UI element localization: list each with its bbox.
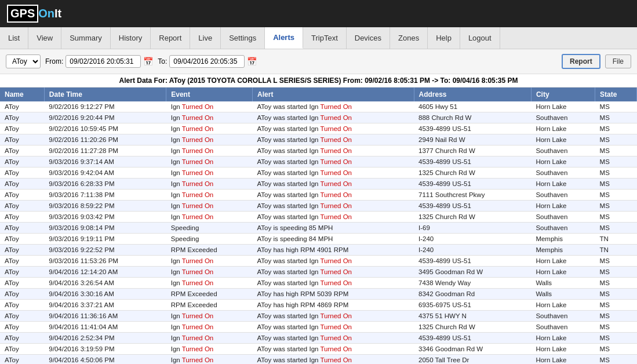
- from-date-input[interactable]: [65, 55, 141, 68]
- table-row: AToy9/03/2016 11:53:26 PMIgn Turned OnAT…: [0, 256, 637, 267]
- nav-list[interactable]: List: [0, 27, 28, 49]
- alert-data-header: Alert Data For: AToy (2015 TOYOTA COROLL…: [0, 74, 637, 88]
- table-row: AToy9/02/2016 10:59:45 PMIgn Turned OnAT…: [0, 123, 637, 134]
- table-row: AToy9/02/2016 9:20:44 PMIgn Turned OnATo…: [0, 112, 637, 123]
- to-date-container: To: 📅: [158, 55, 257, 68]
- nav-logout[interactable]: Logout: [460, 27, 500, 49]
- controls-bar: AToy From: 📅 To: 📅 Report File: [0, 49, 637, 74]
- table-row: AToy9/04/2016 2:52:34 PMIgn Turned OnATo…: [0, 333, 637, 344]
- table-row: AToy9/03/2016 9:37:14 AMIgn Turned OnATo…: [0, 156, 637, 168]
- app-header: GPS On It: [0, 0, 637, 27]
- nav-alerts[interactable]: Alerts: [265, 27, 303, 49]
- table-row: AToy9/03/2016 7:11:38 PMIgn Turned OnATo…: [0, 190, 637, 201]
- col-name: Name: [0, 88, 44, 101]
- nav-report[interactable]: Report: [151, 27, 190, 49]
- table-row: AToy9/04/2016 11:36:16 AMIgn Turned OnAT…: [0, 311, 637, 322]
- table-body: AToy9/02/2016 9:12:27 PMIgn Turned OnATo…: [0, 101, 637, 364]
- nav-zones[interactable]: Zones: [390, 27, 428, 49]
- col-alert: Alert: [253, 88, 414, 101]
- table-row: AToy9/04/2016 3:30:16 AMRPM ExceededAToy…: [0, 289, 637, 300]
- table-row: AToy9/03/2016 9:42:04 AMIgn Turned OnATo…: [0, 168, 637, 179]
- table-row: AToy9/02/2016 11:27:28 PMIgn Turned OnAT…: [0, 145, 637, 156]
- table-row: AToy9/02/2016 9:12:27 PMIgn Turned OnATo…: [0, 101, 637, 112]
- nav-summary[interactable]: Summary: [61, 27, 111, 49]
- table-row: AToy9/04/2016 12:14:20 AMIgn Turned OnAT…: [0, 267, 637, 278]
- to-label: To:: [158, 57, 167, 65]
- col-event: Event: [166, 88, 253, 101]
- table-row: AToy9/03/2016 9:03:42 PMIgn Turned OnATo…: [0, 212, 637, 223]
- table-row: AToy9/04/2016 4:50:06 PMIgn Turned OnATo…: [0, 355, 637, 365]
- from-calendar-icon[interactable]: 📅: [143, 57, 153, 66]
- nav-live[interactable]: Live: [190, 27, 221, 49]
- report-button[interactable]: Report: [562, 54, 600, 69]
- logo-it: It: [54, 7, 61, 20]
- table-row: AToy9/03/2016 8:59:22 PMIgn Turned OnATo…: [0, 201, 637, 212]
- table-row: AToy9/02/2016 11:20:26 PMIgn Turned OnAT…: [0, 134, 637, 145]
- table-row: AToy9/03/2016 6:28:33 PMIgn Turned OnATo…: [0, 179, 637, 190]
- table-row: AToy9/04/2016 11:41:04 AMIgn Turned OnAT…: [0, 322, 637, 333]
- nav-triptext[interactable]: TripText: [303, 27, 347, 49]
- table-row: AToy9/03/2016 9:19:11 PMSpeedingAToy is …: [0, 234, 637, 245]
- table-row: AToy9/04/2016 3:26:54 AMIgn Turned OnATo…: [0, 278, 637, 289]
- nav-history[interactable]: History: [111, 27, 151, 49]
- nav-help[interactable]: Help: [428, 27, 460, 49]
- logo-gps: GPS: [7, 5, 38, 23]
- main-nav: List View Summary History Report Live Se…: [0, 27, 637, 49]
- col-datetime: Date Time: [44, 88, 166, 101]
- logo-on: On: [38, 7, 54, 20]
- from-date-container: From: 📅: [45, 55, 153, 68]
- device-select-container: AToy: [6, 54, 41, 68]
- from-label: From:: [45, 57, 63, 65]
- device-dropdown[interactable]: AToy: [6, 54, 41, 68]
- nav-settings[interactable]: Settings: [221, 27, 265, 49]
- table-row: AToy9/03/2016 9:08:14 PMSpeedingAToy is …: [0, 223, 637, 234]
- table-row: AToy9/03/2016 9:22:52 PMRPM ExceededAToy…: [0, 245, 637, 256]
- to-date-input[interactable]: [169, 55, 245, 68]
- col-city: City: [531, 88, 595, 101]
- table-row: AToy9/04/2016 3:37:21 AMRPM ExceededAToy…: [0, 300, 637, 311]
- app-logo: GPS On It: [7, 5, 61, 23]
- alerts-table: Name Date Time Event Alert Address City …: [0, 88, 637, 364]
- table-header: Name Date Time Event Alert Address City …: [0, 88, 637, 101]
- nav-view[interactable]: View: [28, 27, 61, 49]
- nav-devices[interactable]: Devices: [347, 27, 390, 49]
- col-state: State: [595, 88, 637, 101]
- file-button[interactable]: File: [605, 54, 631, 68]
- to-calendar-icon[interactable]: 📅: [247, 57, 257, 66]
- col-address: Address: [414, 88, 531, 101]
- table-row: AToy9/04/2016 3:19:59 PMIgn Turned OnATo…: [0, 344, 637, 355]
